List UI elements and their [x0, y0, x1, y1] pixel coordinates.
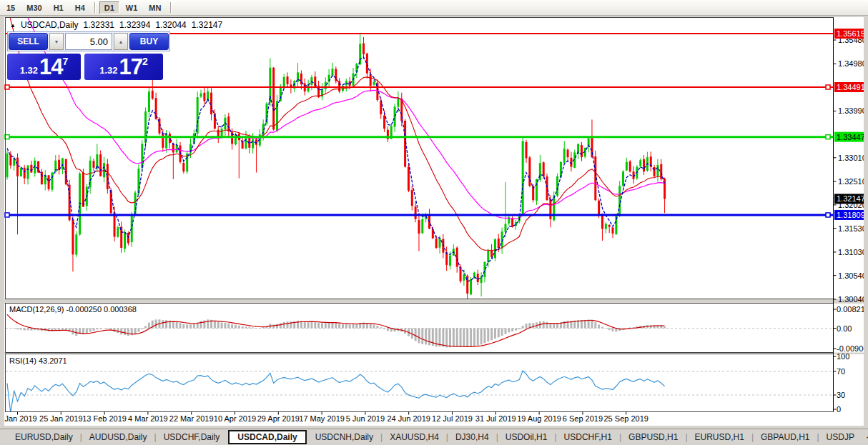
buy-price-pip-digit: 2 — [142, 56, 148, 67]
buy-price-display[interactable]: 1.32 17 2 — [84, 54, 163, 80]
spin-down-icon: ▼ — [54, 39, 59, 44]
ohlc-close-value: 1.32147 — [192, 20, 222, 30]
date-axis-label: 13 Feb 2019 — [82, 414, 127, 423]
date-axis-label: 24 Jun 2019 — [387, 414, 430, 423]
line-anchor-square — [826, 213, 830, 217]
price-axis-label: 1.34980 — [838, 59, 864, 68]
price-axis-label: 1.32510 — [838, 177, 864, 186]
chart-ohlc-header: ▲ USDCAD,Daily 1.32331 1.32394 1.32044 1… — [10, 20, 222, 30]
rsi-title: RSI(14) 43.2071 — [9, 356, 67, 365]
sell-price-display[interactable]: 1.32 14 7 — [7, 54, 81, 80]
chart-tab-xauusd-h4[interactable]: XAUUSD,H4 — [383, 431, 445, 444]
volume-decrease-button[interactable]: ▼ — [49, 33, 64, 50]
level-price-badge-text: 1.35615 — [837, 29, 864, 38]
chart-symbol-label: USDCAD,Daily — [21, 20, 79, 30]
rsi-axis-label: 70 — [837, 367, 845, 376]
chart-area: 1.354801.349801.339901.330101.325101.320… — [0, 0, 868, 429]
level-price-badge-text: 1.34491 — [837, 83, 864, 91]
ohlc-high-value: 1.32394 — [119, 20, 150, 30]
rsi-axis-label: 100 — [837, 352, 849, 361]
line-anchor-square — [826, 135, 830, 139]
price-axis-label: 1.33010 — [838, 154, 864, 162]
macd-axis-label: 0.008214 — [837, 305, 864, 314]
sell-price-pip-digit: 7 — [63, 56, 69, 67]
trade-controls-row: SELL ▼ ▲ BUY — [7, 31, 170, 51]
sell-price-big-digits: 14 — [39, 56, 62, 78]
date-axis-label: 31 Jul 2019 — [475, 414, 516, 423]
buy-button[interactable]: BUY — [129, 33, 169, 50]
chart-tab-eurusd-h1[interactable]: EURUSD,H1 — [689, 431, 751, 444]
level-price-badge-text: 1.31809 — [837, 211, 864, 219]
line-anchor-square — [826, 85, 830, 89]
date-axis-label: 17 May 2019 — [299, 414, 345, 423]
trade-prices-row: 1.32 14 7 1.32 17 2 — [7, 54, 170, 80]
tab-scroll-left-icon[interactable]: ◄ — [861, 434, 868, 441]
date-axis-label: 25 Jan 2019 — [39, 414, 83, 423]
chart-tab-usdchf-h1[interactable]: USDCHF,H1 — [558, 431, 618, 444]
chart-tab-bar: EURUSD,Daily|AUDUSD,Daily|USDCHF,DailyUS… — [0, 429, 868, 445]
one-click-trading-panel: SELL ▼ ▲ BUY 1.32 14 7 1.32 17 2 — [7, 31, 170, 80]
volume-increase-button[interactable]: ▲ — [114, 33, 128, 50]
date-axis-label: 10 Apr 2019 — [214, 414, 256, 423]
sell-price-prefix: 1.32 — [20, 65, 38, 76]
chart-tab-dj30-h4[interactable]: DJ30,H4 — [449, 431, 495, 444]
price-axis-label: 1.30040 — [838, 295, 864, 304]
price-axis-label: 1.31030 — [838, 248, 864, 256]
date-axis-label: 12 Jul 2019 — [432, 414, 473, 423]
collapse-triangle-icon[interactable]: ▲ — [10, 22, 16, 29]
date-axis-label: 25 Sep 2019 — [604, 414, 648, 423]
chart-tab-usdcad-daily[interactable]: USDCAD,Daily — [228, 430, 306, 444]
current-price-badge-text: 1.32147 — [837, 194, 864, 203]
date-axis-label: 5 Jun 2019 — [346, 414, 385, 423]
chart-tab-audusd-daily[interactable]: AUDUSD,Daily — [83, 431, 154, 444]
date-axis-label: 4 Mar 2019 — [128, 414, 168, 423]
date-axis-label: 6 Sep 2019 — [563, 414, 603, 423]
price-axis-label: 1.30540 — [838, 271, 864, 280]
ohlc-open-value: 1.32331 — [84, 20, 114, 30]
spin-up-icon: ▲ — [119, 39, 124, 44]
macd-axis-label: 0.00 — [837, 324, 852, 333]
date-axis-label: 19 Aug 2019 — [517, 414, 561, 423]
trading-terminal-window: 15M30H1H4D1W1MN 1.354801.349801.339901.3… — [0, 0, 868, 445]
chart-tab-usdcnh-daily[interactable]: USDCNH,Daily — [309, 431, 380, 444]
date-axis-label: 22 Mar 2019 — [169, 414, 214, 423]
date-axis-label: 7 Jan 2019 — [4, 414, 37, 423]
rsi-axis-label: 0 — [837, 405, 841, 414]
price-axis-label: 1.31530 — [838, 224, 864, 233]
buy-price-prefix: 1.32 — [99, 65, 117, 76]
level-price-badge-text: 1.33447 — [837, 133, 864, 141]
macd-title: MACD(12,26,9) -0.000250 0.000368 — [9, 305, 137, 314]
chart-tab-gbpusd-h1[interactable]: GBPUSD,H1 — [622, 431, 684, 444]
ohlc-low-value: 1.32044 — [155, 20, 186, 30]
chart-tab-usdjp[interactable]: USDJP — [820, 431, 861, 444]
date-axis-label: 29 Apr 2019 — [257, 414, 300, 423]
rsi-axis-label: 30 — [837, 391, 845, 399]
price-axis-label: 1.33990 — [838, 106, 864, 115]
buy-price-big-digits: 17 — [119, 56, 142, 78]
volume-input[interactable] — [65, 33, 112, 50]
chart-tab-gbpaud-h1[interactable]: GBPAUD,H1 — [754, 431, 816, 444]
chart-tab-usdchf-daily[interactable]: USDCHF,Daily — [157, 431, 227, 444]
sell-button[interactable]: SELL — [9, 33, 48, 50]
chart-tab-usdoil-h1[interactable]: USDOil,H1 — [499, 431, 554, 444]
chart-tab-eurusd-daily[interactable]: EURUSD,Daily — [9, 431, 79, 444]
